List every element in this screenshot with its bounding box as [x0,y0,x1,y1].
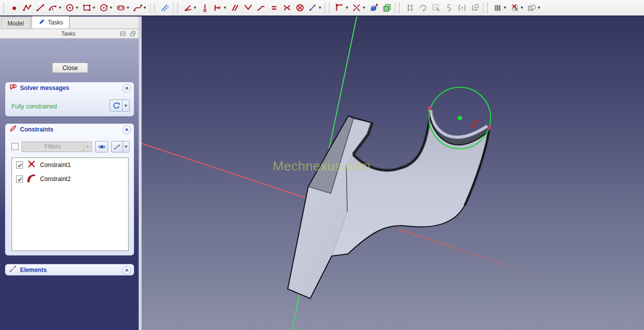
toolbar-create-slot-dropdown-arrow[interactable]: ▼ [126,6,130,10]
constraint-settings-button[interactable]: ▼ [111,141,130,152]
elements-icon [9,265,17,275]
toolbar-trim-edge-button[interactable]: ▼ [350,2,367,14]
watermark: Mechnexus.com [273,158,371,174]
constraint-label: Constraint2 [40,176,71,182]
constraints-header[interactable]: Constraints [6,124,134,135]
toolbar-constrain-parallel-button[interactable] [228,2,241,14]
toolbar-select-unconstrained-dof-button [429,2,442,14]
task-area: Close Solver messages Fully constrained … [0,38,139,330]
toolbar-constrain-dimension-dropdown-arrow[interactable]: ▼ [193,6,197,10]
panel-title: Tasks [0,30,119,36]
toolbar-toggle-snap-dropdown-arrow[interactable]: ▼ [520,6,524,10]
constraints-list[interactable]: Constraint1Constraint2 [12,158,129,251]
constraint-label: Constraint1 [40,162,71,168]
toolbar-grip[interactable] [399,3,402,13]
show-hide-constraints-button[interactable] [95,141,108,152]
float-panel-button[interactable] [129,30,137,38]
solver-status-text: Fully constrained [12,103,57,110]
toolbar-create-polyline-button[interactable] [21,2,34,14]
toolbar-grip[interactable] [3,3,6,13]
constraint-1-checkbox[interactable] [16,162,23,168]
filter-enable-checkbox[interactable] [12,143,19,150]
toolbar-create-polygon-dropdown-arrow[interactable]: ▼ [109,6,113,10]
toolbar-toggle-construction-geometry-button[interactable] [159,2,172,14]
toolbar-constrain-lock-dropdown-arrow[interactable]: ▼ [318,6,322,10]
constraint-row-2[interactable]: Constraint2 [12,172,128,186]
toolbar-create-arc-button[interactable]: ▼ [47,2,64,14]
toolbar-create-circle-dropdown-arrow[interactable]: ▼ [75,6,79,10]
dock-panel-button[interactable] [119,30,127,38]
toolbar-create-arc-dropdown-arrow[interactable]: ▼ [58,6,62,10]
pen-icon [38,18,46,27]
update-solver-dropdown[interactable]: ▼ [122,100,129,111]
toolbar-create-circle-button[interactable]: ▼ [64,2,81,14]
tab-tasks[interactable]: Tasks [32,16,70,28]
toolbar-create-point-button[interactable] [8,2,21,14]
toolbar-toggle-snap-button[interactable]: ▼ [508,2,525,14]
toolbar-grip[interactable] [487,3,490,13]
tasks-panel: Model Tasks Tasks Close Solver messages … [0,16,139,330]
toolbar-toggle-grid-dropdown-arrow[interactable]: ▼ [503,6,507,10]
toolbar-constrain-distance-button[interactable]: ▼ [211,2,228,14]
toolbar-switch-virtual-space-button [455,2,468,14]
toolbar-grip[interactable] [177,3,180,13]
update-solver-button[interactable]: ▼ [110,100,130,112]
toolbar-carbon-copy-button[interactable] [380,2,393,14]
close-task-button[interactable]: Close [52,62,88,73]
toolbar-grip[interactable] [154,3,157,13]
toolbar-constrain-dimension-button[interactable]: ▼ [182,2,199,14]
filters-dropdown[interactable]: Filters ▼ [22,142,92,152]
toolbar-constrain-symmetric-button[interactable] [280,2,293,14]
elements-header[interactable]: Elements [6,264,134,276]
toolbar-create-fillet-dropdown-arrow[interactable]: ▼ [345,6,349,10]
toolbar-constrain-distance-dropdown-arrow[interactable]: ▼ [223,6,227,10]
toolbar-external-geometry-button[interactable] [367,2,380,14]
toolbar-rendering-order-dropdown-arrow[interactable]: ▼ [537,6,541,10]
toolbar-create-rectangle-button[interactable]: ▼ [81,2,98,14]
bracket-model[interactable] [288,110,489,298]
coincident-marker-right[interactable] [488,126,491,130]
solver-messages-header[interactable]: Solver messages [6,82,134,94]
collapse-constraints-button[interactable] [123,126,131,134]
tab-model-label: Model [8,20,24,27]
refresh-icon [110,100,122,111]
3d-scene[interactable] [142,16,644,330]
toolbar-create-fillet-button[interactable]: ▼ [333,2,350,14]
3d-viewport[interactable]: Mechnexus.com [142,16,644,330]
toolbar-rendering-order-button[interactable]: ▼ [525,2,542,14]
toolbar-create-bspline-button[interactable]: ▼ [132,2,149,14]
toolbar-constrain-perpendicular-button[interactable] [241,2,254,14]
sketch-center-point[interactable] [457,116,462,120]
toolbar-separator [395,2,395,14]
toolbar-constrain-block-button[interactable] [293,2,306,14]
toolbar-create-polygon-button[interactable]: ▼ [98,2,115,14]
solver-messages-title: Solver messages [20,84,120,92]
constraints-icon [9,124,17,134]
filters-dropdown-arrow: ▼ [83,142,92,152]
collapse-solver-button[interactable] [123,84,131,92]
toolbar-constrain-equal-button[interactable] [267,2,280,14]
tab-tasks-label: Tasks [48,19,64,26]
toolbar-create-line-button[interactable] [34,2,47,14]
coincident-marker-left[interactable] [428,106,431,110]
constraints-section: Constraints Filters ▼ [5,124,134,256]
constraint-2-checkbox[interactable] [16,176,23,182]
toolbar-constrain-tangent-button[interactable] [254,2,267,14]
toolbar-separator [150,2,151,14]
toolbar-rectangular-array-button [468,2,481,14]
constraint-row-1[interactable]: Constraint1 [12,158,128,172]
constraint-settings-dropdown[interactable]: ▼ [123,142,129,152]
toolbar-create-bspline-dropdown-arrow[interactable]: ▼ [143,6,147,10]
collapse-elements-button[interactable] [123,266,131,274]
toolbar-constrain-vertical-button[interactable] [198,2,211,14]
tangent-constraint-glyph[interactable] [471,120,480,128]
toolbar-create-slot-button[interactable]: ▼ [115,2,132,14]
toolbar-trim-edge-dropdown-arrow[interactable]: ▼ [362,6,366,10]
toolbar-create-rectangle-dropdown-arrow[interactable]: ▼ [92,6,96,10]
sketch-overlay[interactable] [428,88,491,149]
elements-title: Elements [20,266,120,274]
toolbar-toggle-grid-button[interactable]: ▼ [491,2,508,14]
tab-model[interactable]: Model [1,18,31,28]
toolbar-constrain-lock-button[interactable]: ▼ [306,2,323,14]
toolbar-grip[interactable] [329,3,332,13]
